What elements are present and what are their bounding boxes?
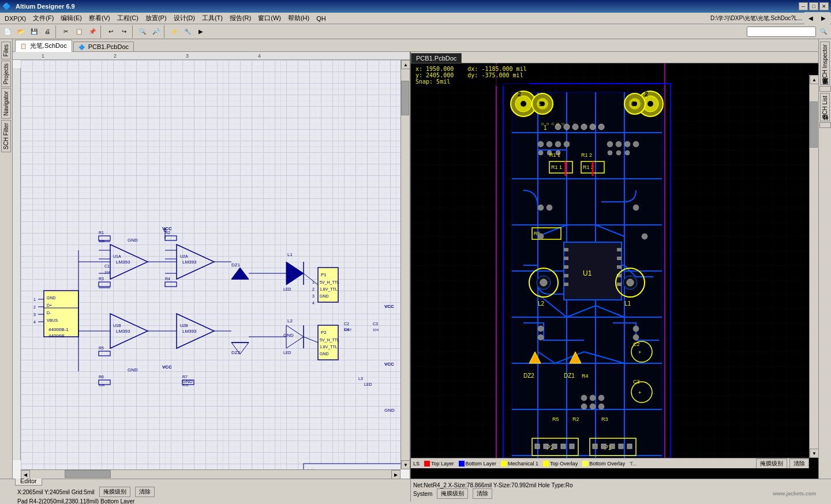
- svg-text:GND: GND: [128, 238, 138, 243]
- main-area: Files Projects Navigator SCH Filter 📋 光笔…: [0, 39, 831, 479]
- print-button[interactable]: 🖨: [41, 25, 54, 38]
- path-back-button[interactable]: ◀: [804, 12, 817, 25]
- panes: 1 2 3 4: [13, 52, 818, 479]
- layer-tab-ls[interactable]: LS: [411, 458, 422, 468]
- svg-text:C3: C3: [373, 322, 378, 326]
- layer-tab-top[interactable]: Top Layer: [422, 458, 456, 468]
- svg-rect-162: [564, 283, 568, 286]
- mask-btn-right[interactable]: 掩膜级别: [437, 488, 468, 499]
- zoom-in-button[interactable]: 🔍: [136, 25, 149, 38]
- scroll-track-h[interactable]: [30, 470, 391, 479]
- search-button[interactable]: 🔍: [817, 25, 830, 38]
- svg-text:LED: LED: [283, 287, 291, 291]
- sep-2: [100, 25, 103, 38]
- pcb-scroll-up[interactable]: ▲: [810, 75, 818, 84]
- layer-tab-bottom[interactable]: Bottom Layer: [456, 458, 499, 468]
- schematic-scrollbar-h[interactable]: ◀ ▶: [21, 469, 400, 479]
- svg-point-215: [555, 141, 561, 147]
- scroll-left-button[interactable]: ◀: [21, 470, 30, 479]
- close-button[interactable]: ✕: [819, 2, 829, 10]
- zoom-out-button[interactable]: 🔎: [149, 25, 162, 38]
- menu-dxp[interactable]: DXP(X): [1, 14, 29, 23]
- clear-btn-left[interactable]: 清除: [135, 487, 155, 497]
- layer-tab-mechanical[interactable]: Mechanical 1: [499, 458, 541, 468]
- sidebar-tab-sch-inspector[interactable]: SCH Inspector: [820, 42, 830, 85]
- svg-text:DZ1: DZ1: [564, 373, 575, 379]
- svg-text:R5: R5: [552, 416, 559, 422]
- menu-view[interactable]: 察看(V): [85, 13, 114, 24]
- undo-button[interactable]: ↩: [104, 25, 117, 38]
- menu-help[interactable]: 帮助(H): [285, 13, 313, 24]
- svg-text:1.8V_TTL: 1.8V_TTL: [320, 345, 338, 349]
- cut-button[interactable]: ✂: [59, 25, 72, 38]
- svg-text:R1: R1: [99, 231, 104, 235]
- schematic-scrollbar-v[interactable]: ▲ ▼: [400, 60, 410, 469]
- svg-point-214: [546, 141, 552, 147]
- sidebar-tab-files[interactable]: Files: [1, 42, 11, 59]
- open-button[interactable]: 📂: [14, 25, 27, 38]
- pcb-snap: Snap: 5mil: [415, 78, 527, 85]
- sidebar-tab-navigator[interactable]: Navigator: [1, 88, 11, 119]
- doc-area: 📋 光笔.SchDoc 🔷 PCB1.PcbDoc 1 2 3 4: [13, 39, 818, 479]
- svg-text:LM393: LM393: [182, 259, 197, 265]
- svg-text:+: +: [638, 390, 641, 396]
- tab-schematic[interactable]: 📋 光笔.SchDoc: [15, 40, 72, 52]
- svg-text:LM393: LM393: [116, 329, 130, 334]
- menu-qh[interactable]: QH: [313, 14, 330, 23]
- maximize-button[interactable]: □: [809, 2, 818, 10]
- clear-btn-right[interactable]: 清除: [473, 488, 492, 499]
- sep-1: [55, 25, 58, 38]
- new-button[interactable]: 📄: [1, 25, 14, 38]
- left-sidebar: Files Projects Navigator SCH Filter: [0, 39, 13, 479]
- paste-button[interactable]: 📌: [86, 25, 99, 38]
- search-input[interactable]: [747, 27, 816, 37]
- build-button[interactable]: 🔧: [181, 25, 194, 38]
- mask-btn-left[interactable]: 掩膜级别: [99, 487, 130, 497]
- menu-tools[interactable]: 工具(T): [199, 13, 226, 24]
- pcb-scrollbar-v[interactable]: ▲ ▼: [809, 75, 818, 458]
- run-button[interactable]: ▶: [194, 25, 207, 38]
- menu-file[interactable]: 文件(F): [29, 13, 57, 24]
- minimize-button[interactable]: ─: [799, 2, 808, 10]
- pcb-canvas[interactable]: x: 1950.000 dx: -1185.000 mil y: 2405.00…: [411, 63, 818, 468]
- layer-tab-bottom-overlay[interactable]: Bottom Overlay: [580, 458, 627, 468]
- menu-reports[interactable]: 报告(R): [226, 13, 254, 24]
- layer-tab-top-overlay[interactable]: Top Overlay: [541, 458, 580, 468]
- svg-text:P1: P1: [321, 272, 327, 277]
- pcb-tab-main[interactable]: PCB1.PcbDoc: [411, 53, 462, 63]
- scroll-down-button[interactable]: ▼: [401, 460, 410, 469]
- svg-text:L3: L3: [358, 377, 363, 381]
- menu-window[interactable]: 窗口(W): [254, 13, 285, 24]
- window-controls[interactable]: ─ □ ✕: [799, 2, 829, 10]
- pcb-clear-button[interactable]: 清除: [789, 458, 809, 469]
- svg-text:D-: D-: [47, 311, 51, 315]
- menu-design[interactable]: 设计(D): [170, 13, 199, 24]
- path-forward-button[interactable]: ▶: [817, 12, 830, 25]
- sidebar-tab-projects[interactable]: Projects: [1, 61, 11, 87]
- pcb-pane: PCB1.PcbDoc x: 1950.000 dx: -1185.000 mi…: [411, 52, 818, 479]
- sidebar-tab-sch-filter[interactable]: SCH Filter: [1, 120, 11, 152]
- redo-button[interactable]: ↪: [118, 25, 130, 38]
- svg-text:U1B: U1B: [113, 324, 121, 328]
- save-button[interactable]: 💾: [28, 25, 40, 38]
- tab-pcb[interactable]: 🔷 PCB1.PcbDoc: [73, 42, 134, 51]
- svg-point-213: [538, 141, 544, 147]
- pcb-mask-button[interactable]: 掩膜级别: [756, 458, 787, 469]
- compile-button[interactable]: ⚡: [168, 25, 181, 38]
- svg-text:R3: R3: [601, 416, 608, 422]
- sidebar-tab-properties[interactable]: 特性: [819, 122, 831, 128]
- svg-rect-156: [564, 242, 622, 300]
- sidebar-tab-sch-list[interactable]: SCH List: [820, 93, 830, 121]
- schematic-canvas[interactable]: LM393 U1A LM393 U1B LM393 U2A: [21, 60, 410, 469]
- status-bar: Editor X:2065mil Y:2405mil Grid:5mil 掩膜级…: [0, 479, 831, 502]
- scroll-up-button[interactable]: ▲: [401, 60, 410, 69]
- scroll-right-button[interactable]: ▶: [391, 470, 400, 479]
- menu-project[interactable]: 工程(C): [114, 13, 142, 24]
- pcb-scroll-down[interactable]: ▼: [810, 449, 818, 458]
- svg-point-142: [647, 101, 653, 107]
- menu-edit[interactable]: 编辑(E): [57, 13, 85, 24]
- sidebar-tab-scheme[interactable]: 方案管理: [819, 86, 831, 92]
- copy-button[interactable]: 📋: [73, 25, 85, 38]
- ruler-horizontal: 1 2 3 4: [13, 52, 410, 60]
- menu-place[interactable]: 放置(P): [142, 13, 170, 24]
